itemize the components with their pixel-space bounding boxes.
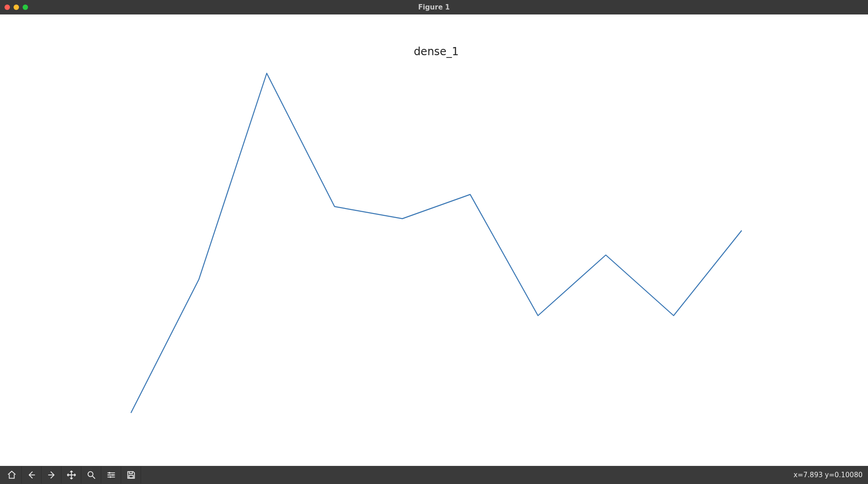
pan-button[interactable] [61, 466, 81, 484]
titlebar: Figure 1 [0, 0, 868, 14]
home-icon [7, 470, 17, 480]
save-button[interactable] [121, 466, 141, 484]
configure-subplots-button[interactable] [101, 466, 121, 484]
svg-point-2 [112, 474, 113, 476]
arrow-left-icon [27, 470, 37, 480]
svg-point-3 [109, 476, 111, 478]
zoom-button[interactable] [81, 466, 101, 484]
home-button[interactable] [2, 466, 22, 484]
sliders-icon [106, 470, 116, 480]
move-icon [66, 470, 76, 480]
plot-canvas[interactable]: dense_1 [0, 14, 868, 466]
svg-point-1 [108, 472, 110, 474]
forward-button[interactable] [42, 466, 61, 484]
svg-point-0 [88, 472, 93, 477]
save-icon [126, 470, 136, 480]
figure-window: Figure 1 dense_1 [0, 0, 868, 484]
cursor-coordinates: x=7.893 y=0.10080 [793, 471, 863, 479]
minimize-window-button[interactable] [14, 5, 19, 10]
mpl-toolbar: x=7.893 y=0.10080 [0, 466, 868, 484]
close-window-button[interactable] [5, 5, 10, 10]
magnifier-icon [86, 470, 96, 480]
chart-title: dense_1 [414, 45, 459, 58]
arrow-right-icon [47, 470, 57, 480]
svg-rect-4 [129, 475, 133, 478]
line-series-0 [131, 73, 741, 413]
back-button[interactable] [22, 466, 42, 484]
window-controls [5, 5, 28, 10]
window-title: Figure 1 [418, 3, 450, 11]
maximize-window-button[interactable] [23, 5, 28, 10]
